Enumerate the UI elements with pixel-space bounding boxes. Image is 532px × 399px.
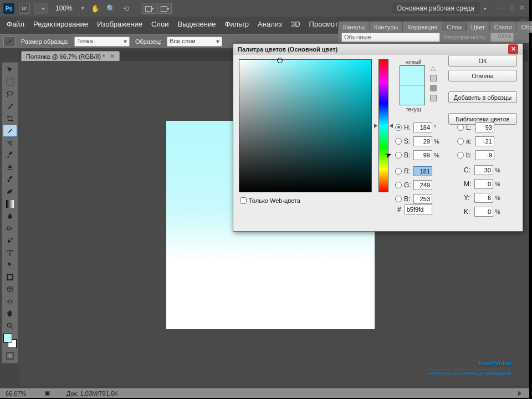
dialog-titlebar[interactable]: Палитра цветов (Основной цвет) ✕ xyxy=(233,44,523,55)
3d-tool[interactable] xyxy=(3,283,17,295)
h-input[interactable] xyxy=(413,122,432,132)
type-tool[interactable] xyxy=(3,247,17,259)
hue-slider-handle-right[interactable] xyxy=(390,124,393,128)
sample-select[interactable]: Все слои xyxy=(167,37,222,47)
healing-tool[interactable] xyxy=(3,137,17,149)
status-zoom[interactable]: 66,67% xyxy=(6,390,44,397)
move-tool[interactable] xyxy=(3,64,17,76)
menu-image[interactable]: Изображение xyxy=(93,18,147,30)
menu-file[interactable]: Файл xyxy=(2,18,29,30)
l-input[interactable] xyxy=(475,122,494,132)
close-button[interactable]: ✕ xyxy=(518,4,526,12)
zoom-tool-icon[interactable]: 🔍 xyxy=(105,3,116,14)
zoom-tool-btn[interactable] xyxy=(3,320,17,332)
menu-layer[interactable]: Слои xyxy=(147,18,173,30)
wand-tool[interactable] xyxy=(3,100,17,112)
lasso-tool[interactable] xyxy=(3,88,17,100)
stamp-tool[interactable] xyxy=(3,161,17,173)
hue-slider[interactable] xyxy=(378,59,388,192)
arrange-dropdown[interactable] xyxy=(157,3,172,14)
y-input[interactable] xyxy=(474,193,493,203)
color-swatches[interactable] xyxy=(3,333,17,349)
rotate-view-icon[interactable]: ⟲ xyxy=(121,3,132,14)
hue-slider-handle-left[interactable] xyxy=(374,124,377,128)
ps-logo-icon[interactable]: Ps xyxy=(3,3,14,14)
brightness-input[interactable] xyxy=(413,150,432,160)
hand-tool[interactable] xyxy=(3,308,17,320)
color-field[interactable] xyxy=(239,59,372,192)
s-input[interactable] xyxy=(413,136,432,146)
pen-tool[interactable] xyxy=(3,234,17,247)
history-brush-tool[interactable] xyxy=(3,173,17,186)
g-input[interactable] xyxy=(413,180,432,190)
status-doc-icon[interactable]: ▣ xyxy=(44,390,50,397)
tool-preset-icon[interactable] xyxy=(3,36,16,47)
blend-mode-select[interactable]: Обычные xyxy=(341,33,440,42)
brush-tool[interactable] xyxy=(3,149,17,161)
lab-b-input[interactable] xyxy=(475,150,494,160)
cancel-button[interactable]: Отмена xyxy=(448,70,517,81)
layout-dropdown[interactable] xyxy=(34,3,48,14)
m-input[interactable] xyxy=(474,179,493,189)
opacity-value[interactable]: 100% xyxy=(490,33,514,42)
l-radio[interactable] xyxy=(457,124,464,131)
blue-input[interactable] xyxy=(413,194,432,204)
gamut-color-box[interactable] xyxy=(430,75,437,81)
blue-radio[interactable] xyxy=(395,196,402,202)
hand-tool-icon[interactable]: ✋ xyxy=(90,3,101,14)
websafe-warning-icon[interactable] xyxy=(430,85,437,91)
status-doc-size[interactable]: Док: 1,03M/791,6K xyxy=(66,390,118,397)
ok-button[interactable]: ОК xyxy=(448,55,517,66)
close-tab-icon[interactable]: ✕ xyxy=(110,53,115,60)
web-only-checkbox-row[interactable]: Только Web-цвета xyxy=(240,197,300,204)
crop-tool[interactable] xyxy=(3,112,17,125)
sample-size-select[interactable]: Точка xyxy=(74,37,130,47)
marquee-tool[interactable] xyxy=(3,76,17,88)
bridge-icon[interactable]: Br xyxy=(19,3,30,14)
menu-filter[interactable]: Фильтр xyxy=(220,18,253,30)
current-color-swatch[interactable] xyxy=(400,85,425,105)
eyedropper-tool[interactable] xyxy=(3,125,17,137)
gradient-tool[interactable] xyxy=(3,198,17,210)
quickmask-tool[interactable] xyxy=(3,350,17,362)
a-radio[interactable] xyxy=(457,138,464,145)
a-input[interactable] xyxy=(475,136,494,146)
eraser-tool[interactable] xyxy=(3,186,17,198)
minimize-button[interactable]: — xyxy=(498,4,506,12)
document-tab[interactable]: Полянка @ 66,7% (RGB/8) * ✕ xyxy=(21,51,120,61)
dodge-tool[interactable] xyxy=(3,222,17,234)
websafe-color-box[interactable] xyxy=(430,95,437,101)
r-radio[interactable] xyxy=(395,168,402,175)
s-radio[interactable] xyxy=(395,138,402,145)
c-input[interactable] xyxy=(474,165,493,175)
menu-select[interactable]: Выделение xyxy=(173,18,221,30)
gamut-warning-icon[interactable]: ⚠ xyxy=(430,65,437,71)
menu-edit[interactable]: Редактирование xyxy=(29,18,93,30)
blur-tool[interactable] xyxy=(3,210,17,222)
maximize-button[interactable]: □ xyxy=(508,4,516,12)
b-radio[interactable] xyxy=(395,152,402,158)
lab-b-radio[interactable] xyxy=(457,152,464,158)
screen-mode-dropdown[interactable] xyxy=(142,3,156,14)
hex-input[interactable] xyxy=(405,204,432,214)
foreground-color-swatch[interactable] xyxy=(3,334,12,342)
3d-camera-tool[interactable] xyxy=(3,295,17,308)
add-swatch-button[interactable]: Добавить в образцы xyxy=(448,91,517,103)
shape-tool[interactable] xyxy=(3,271,17,283)
color-field-marker[interactable] xyxy=(277,58,283,63)
chevron-down-icon[interactable]: ▼ xyxy=(80,6,85,11)
scroll-right-icon[interactable] xyxy=(518,391,524,396)
workspace-selector[interactable]: Основная рабочая среда xyxy=(391,2,480,15)
menu-analysis[interactable]: Анализ xyxy=(253,18,287,30)
app-zoom-value[interactable]: 100% xyxy=(55,4,73,12)
k-input[interactable] xyxy=(474,207,493,217)
web-only-checkbox[interactable] xyxy=(240,197,247,204)
dialog-title: Палитра цветов (Основной цвет) xyxy=(238,46,337,53)
h-radio[interactable] xyxy=(395,124,402,131)
dialog-close-button[interactable]: ✕ xyxy=(508,44,518,54)
r-input[interactable] xyxy=(413,166,432,176)
menu-3d[interactable]: 3D xyxy=(287,18,305,30)
g-radio[interactable] xyxy=(395,182,402,188)
path-select-tool[interactable] xyxy=(3,259,17,271)
hex-row: # xyxy=(397,204,432,214)
